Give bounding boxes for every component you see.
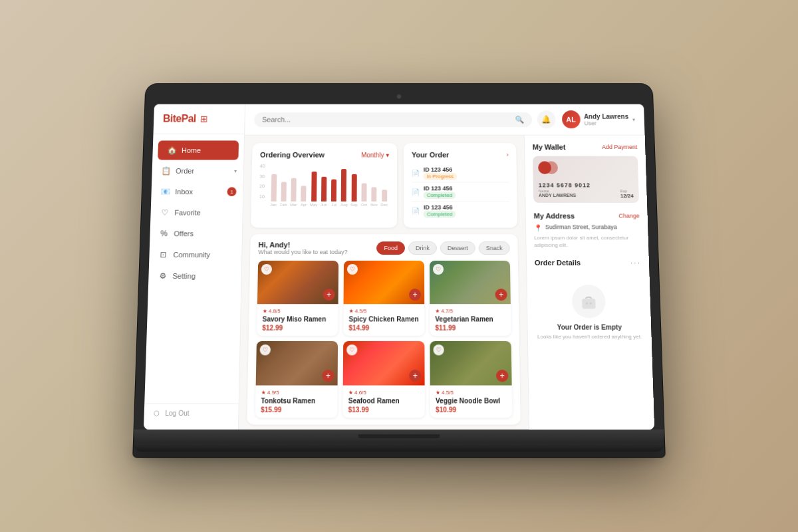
food-card-3[interactable]: ♡ + ★ 4.7/5 Vegetarian Ramen $11.99	[430, 261, 511, 336]
header: 🔍 🔔 AL Andy Lawrens User	[245, 104, 645, 136]
favorite-icon: ♡	[160, 208, 169, 217]
food-card-5[interactable]: ♡ + ★ 4.6/5 Seafood Ramen $13.99	[342, 341, 424, 418]
add-payment-button[interactable]: Add Payment	[602, 144, 637, 150]
logo-text: BitePal	[163, 113, 196, 124]
order-details-title: Order Details	[535, 259, 581, 267]
sidebar-item-setting[interactable]: ⚙ Setting	[148, 266, 241, 286]
avatar-initials: AL	[566, 116, 576, 124]
logo-icon: ⊞	[200, 114, 207, 124]
change-address-button[interactable]: Change	[618, 213, 640, 219]
camera	[396, 94, 402, 99]
content-area: Ordering Overview Monthly ▾	[239, 136, 654, 430]
food-rating-4: ★ 4.9/5	[261, 390, 332, 396]
tab-drink[interactable]: Drink	[408, 241, 437, 255]
dots-menu[interactable]: ···	[630, 258, 641, 267]
main-content: 🔍 🔔 AL Andy Lawrens User	[239, 104, 654, 430]
sidebar-nav: 🏠 Home 📋 Order ▾ 📧 Inbox 1	[144, 134, 244, 404]
food-info-6: ★ 4.5/5 Veggie Noodle Bowl $10.99	[430, 386, 513, 418]
bar-mar	[289, 178, 299, 201]
chart-bars	[269, 164, 390, 201]
food-price-6: $10.99	[436, 406, 507, 414]
food-add-4[interactable]: +	[322, 370, 334, 382]
food-fav-5[interactable]: ♡	[346, 344, 357, 355]
laptop-groove	[358, 434, 440, 438]
food-fav-4[interactable]: ♡	[260, 344, 271, 355]
food-fav-6[interactable]: ♡	[434, 344, 444, 355]
nav-label-home: Home	[182, 146, 201, 154]
food-card-6[interactable]: ♡ + ★ 4.5/5 Veggie Noodle Bowl $10.99	[430, 341, 512, 418]
food-card-4[interactable]: ♡ + ★ 4.9/5 Tonkotsu Ramen $15.99	[255, 341, 338, 418]
user-info[interactable]: AL Andy Lawrens User ▾	[562, 110, 636, 128]
order-chevron: ▾	[234, 168, 237, 174]
sidebar-item-offers[interactable]: % Offers	[150, 223, 242, 243]
food-fav-2[interactable]: ♡	[347, 264, 358, 275]
address-section: My Address Change 📍 Sudirman Street, Sur…	[534, 212, 641, 249]
greeting-subtitle: What would you like to eat today?	[258, 249, 347, 255]
food-add-5[interactable]: +	[409, 370, 421, 382]
food-add-6[interactable]: +	[496, 370, 509, 382]
food-rating-1: ★ 4.8/5	[263, 308, 333, 314]
order-item-3: 📄 ID 123 456 Completed	[412, 201, 509, 220]
empty-cart-desc: Looks like you haven't ordered anything …	[537, 333, 642, 340]
notification-button[interactable]: 🔔	[537, 110, 555, 128]
sidebar: BitePal ⊞ 🏠 Home 📋 Order ▾	[144, 104, 245, 430]
sidebar-item-community[interactable]: ⊡ Community	[149, 245, 242, 265]
food-add-1[interactable]: +	[323, 289, 334, 301]
empty-cart: Your Order is Empty Looks like you haven…	[535, 274, 644, 351]
bar-sep	[349, 174, 359, 201]
food-fav-3[interactable]: ♡	[433, 264, 444, 275]
food-card-1[interactable]: ♡ + ★ 4.8/5 Savory Miso Ramen $12.99	[257, 261, 338, 336]
app-container: BitePal ⊞ 🏠 Home 📋 Order ▾	[144, 104, 654, 430]
ordering-overview-card: Ordering Overview Monthly ▾	[251, 143, 397, 227]
search-bar[interactable]: 🔍	[254, 112, 532, 127]
credit-card: 1234 5678 9012 Name Andy Lawrens Exp	[533, 156, 639, 203]
y-label-10: 10	[259, 194, 266, 199]
card-details: Name Andy Lawrens Exp 12/24	[539, 189, 634, 199]
screen-bezel: BitePal ⊞ 🏠 Home 📋 Order ▾	[144, 104, 654, 430]
bar-jun	[319, 177, 329, 201]
nav-label-offers: Offers	[174, 229, 194, 237]
food-price-4: $15.99	[261, 406, 332, 414]
order-item-details-2: ID 123 456 Completed	[424, 185, 509, 198]
sidebar-item-order[interactable]: 📋 Order ▾	[152, 161, 243, 180]
search-input[interactable]	[262, 116, 511, 124]
order-item-details-3: ID 123 456 Completed	[424, 204, 509, 217]
right-panel: My Wallet Add Payment 1234 5678 9012	[524, 136, 654, 430]
your-order-title: Your Order	[412, 151, 449, 159]
food-add-2[interactable]: +	[409, 289, 421, 301]
nav-label-order: Order	[176, 167, 194, 175]
chart-container: 10 20 30 40	[259, 164, 389, 215]
monthly-selector[interactable]: Monthly ▾	[361, 151, 389, 158]
food-grid: ♡ + ★ 4.8/5 Savory Miso Ramen $12.99	[255, 261, 513, 418]
food-add-3[interactable]: +	[495, 289, 507, 301]
sidebar-item-home[interactable]: 🏠 Home	[158, 140, 239, 160]
y-label-20: 20	[259, 184, 266, 189]
tab-food[interactable]: Food	[376, 241, 404, 255]
view-all-orders[interactable]: ›	[507, 152, 509, 158]
food-fav-1[interactable]: ♡	[261, 264, 272, 275]
user-role: User	[584, 120, 628, 126]
y-label-40: 40	[260, 164, 267, 168]
card-number: 1234 5678 9012	[539, 182, 591, 189]
x-jul: Jul	[329, 203, 338, 207]
food-name-2: Spicy Chicken Ramen	[348, 315, 419, 323]
wallet-header: My Wallet Add Payment	[533, 143, 638, 151]
food-card-2[interactable]: ♡ + ★ 4.5/5 Spicy Chicken Ramen $14.99	[343, 261, 424, 336]
food-name-1: Savory Miso Ramen	[262, 315, 332, 323]
food-price-2: $14.99	[348, 325, 419, 332]
bar-nov	[369, 187, 379, 201]
sidebar-item-inbox[interactable]: 📧 Inbox 1	[151, 182, 243, 201]
tab-dessert[interactable]: Dessert	[440, 241, 475, 255]
monthly-chevron: ▾	[386, 151, 389, 158]
nav-label-community: Community	[173, 251, 210, 259]
logout-button[interactable]: ⬡ Log Out	[144, 403, 238, 422]
order-status-1: In Progress	[424, 173, 457, 180]
y-label-30: 30	[259, 174, 266, 179]
inbox-badge: 1	[227, 187, 236, 196]
chevron-down-icon: ▾	[632, 116, 635, 122]
sidebar-item-favorite[interactable]: ♡ Favorite	[150, 203, 243, 223]
food-price-1: $12.99	[262, 325, 332, 332]
food-info-1: ★ 4.8/5 Savory Miso Ramen $12.99	[257, 304, 338, 336]
tab-snack[interactable]: Snack	[479, 241, 510, 255]
user-details: Andy Lawrens User	[584, 113, 629, 126]
